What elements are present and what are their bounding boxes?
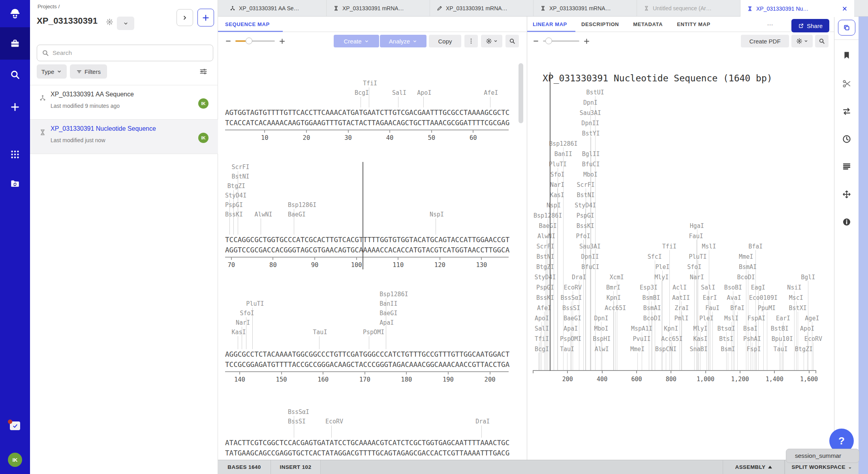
enzyme-label[interactable]: BaeGI	[288, 211, 306, 218]
document-tab[interactable]: Untitled sequence (Ar…	[637, 0, 740, 16]
enzyme-label[interactable]: BssKI	[536, 294, 554, 301]
enzyme-label[interactable]: SfoI	[550, 171, 564, 178]
enzyme-label[interactable]: MlyI	[654, 274, 669, 281]
enzyme-label[interactable]: MslI	[702, 243, 716, 250]
enzyme-label[interactable]: SalI	[535, 325, 549, 332]
enzyme-label[interactable]: DpnI	[594, 315, 608, 322]
enzyme-label[interactable]: Acc65I	[661, 335, 682, 342]
create-new-button[interactable]	[197, 9, 214, 26]
sequence-strand-top[interactable]: ATACTTCGTCGGCTCCACGAGTGATATCCTGCAAAACGTC…	[225, 438, 509, 448]
zoom-slider-knob[interactable]	[545, 38, 552, 44]
zoom-out-icon[interactable]	[225, 38, 231, 44]
enzyme-label[interactable]: NsiI	[787, 284, 801, 291]
enzyme-label[interactable]: PspGI	[577, 212, 594, 219]
enzyme-label[interactable]: AatII	[672, 294, 690, 301]
align-icon[interactable]	[842, 162, 851, 171]
file-item[interactable]: XP_031330391 Nucleotide Sequence Last mo…	[30, 119, 218, 154]
enzyme-label[interactable]: BfaI	[730, 305, 744, 312]
enzyme-label[interactable]: SfcI	[648, 253, 662, 260]
zoom-slider-knob[interactable]	[246, 38, 252, 44]
enzyme-label[interactable]: NspI	[430, 211, 444, 218]
enzyme-label[interactable]: EcoRV	[804, 335, 822, 342]
enzyme-label[interactable]: PfoI	[576, 233, 590, 240]
nav-rail-item-plus[interactable]	[0, 96, 30, 118]
enzyme-label[interactable]: ApoI	[535, 315, 549, 322]
enzyme-label[interactable]: Bsp1286I	[380, 291, 408, 298]
enzyme-label[interactable]: FauI	[705, 305, 720, 312]
nav-rail-item-folder-sync[interactable]	[0, 172, 30, 194]
enzyme-label[interactable]: ApoI	[417, 89, 431, 96]
enzyme-label[interactable]: BstNI	[231, 173, 249, 180]
enzyme-label[interactable]: BglII	[582, 150, 600, 158]
enzyme-label[interactable]: BsaI	[743, 325, 757, 332]
type-filter-chip[interactable]: Type	[37, 64, 67, 79]
enzyme-label[interactable]: BssKI	[577, 222, 594, 229]
zoom-in-icon[interactable]	[583, 38, 590, 45]
copy-button[interactable]: Copy	[429, 35, 461, 47]
enzyme-label[interactable]: BsmAI	[643, 305, 661, 312]
enzyme-label[interactable]: AlwNI	[254, 211, 272, 218]
nav-rail-item-briefcase[interactable]	[0, 32, 30, 55]
enzyme-label[interactable]: EarI	[703, 294, 717, 301]
enzyme-label[interactable]: BfuCI	[582, 161, 600, 168]
more-tabs-ellipsis[interactable]: …	[767, 20, 774, 27]
tab-linear-map[interactable]: LINEAR MAP	[533, 21, 567, 27]
enzyme-label[interactable]: HgaI	[690, 222, 704, 229]
document-tab[interactable]: XP_031330391 mRNA…	[327, 0, 430, 16]
bookmark-icon[interactable]	[842, 51, 851, 60]
enzyme-label[interactable]: AgeI	[805, 315, 819, 322]
map-settings-button[interactable]	[481, 35, 502, 47]
enzyme-label[interactable]: MscI	[789, 294, 803, 301]
search-input[interactable]: Search	[37, 45, 213, 61]
enzyme-label[interactable]: StyD4I	[534, 274, 556, 281]
enzyme-label[interactable]: BtgZI	[227, 182, 245, 190]
enzyme-label[interactable]: BstYI	[582, 130, 600, 137]
enzyme-label[interactable]: BsmI	[721, 346, 735, 353]
close-icon[interactable]	[842, 6, 848, 12]
collapse-panel-button[interactable]	[177, 9, 193, 26]
assembly-toggle[interactable]: ASSEMBLY	[723, 460, 785, 474]
enzyme-label[interactable]: PspGI	[225, 201, 243, 209]
enzyme-label[interactable]: KpnI	[607, 294, 621, 301]
enzyme-label[interactable]: ScrFI	[231, 164, 249, 171]
enzyme-label[interactable]: BaeGI	[380, 310, 397, 317]
enzyme-label[interactable]: PspGI	[536, 284, 554, 291]
enzyme-label[interactable]: FspI	[747, 346, 761, 353]
enzyme-label[interactable]: BfaI	[748, 243, 763, 250]
enzyme-label[interactable]: NarI	[236, 319, 250, 326]
enzyme-label[interactable]: BanII	[380, 300, 397, 307]
enzyme-label[interactable]: BfuCI	[581, 263, 599, 271]
project-settings-gear-icon[interactable]	[106, 18, 113, 26]
nav-rail-item-tasks[interactable]	[0, 415, 30, 437]
filters-chip[interactable]: Filters	[70, 64, 107, 79]
enzyme-label[interactable]: PshAI	[743, 335, 761, 342]
enzyme-label[interactable]: BcoDI	[643, 315, 661, 322]
enzyme-label[interactable]: MlyI	[693, 325, 707, 332]
zoom-slider-track[interactable]	[543, 40, 579, 42]
enzyme-label[interactable]: TauI	[560, 346, 574, 353]
enzyme-label[interactable]: BssSαI	[288, 408, 309, 416]
enzyme-label[interactable]: MmeI	[739, 253, 753, 260]
tab-metadata[interactable]: METADATA	[633, 21, 663, 27]
map-settings-button[interactable]	[791, 35, 813, 47]
enzyme-label[interactable]: EcoRV	[564, 284, 582, 291]
enzyme-label[interactable]: ApaI	[564, 325, 578, 332]
tab-sequence-map[interactable]: SEQUENCE MAP	[225, 21, 270, 27]
zoom-in-icon[interactable]	[279, 38, 286, 45]
enzyme-label[interactable]: BcgI	[535, 346, 549, 353]
enzyme-label[interactable]: Sau3AI	[580, 109, 601, 117]
enzyme-label[interactable]: PspOMI	[363, 329, 384, 336]
view-options-sliders-icon[interactable]	[199, 67, 208, 76]
enzyme-label[interactable]: BglI	[801, 274, 815, 281]
enzyme-label[interactable]: TauI	[313, 329, 327, 336]
enzyme-label[interactable]: Esp3I	[640, 284, 658, 291]
enzyme-label[interactable]: AlwI	[595, 346, 609, 353]
enzyme-label[interactable]: MboI	[594, 325, 608, 332]
enzyme-label[interactable]: BssSI	[288, 418, 306, 425]
enzyme-label[interactable]: AclI	[673, 284, 687, 291]
enzyme-label[interactable]: ApaI	[380, 319, 394, 326]
sequence-strand-bottom[interactable]: TCACCATCACAAAACAAGTGGAAGTTTGTACTACTTAGAA…	[225, 118, 509, 128]
enzyme-label[interactable]: BtgZI	[536, 263, 554, 271]
create-pdf-button[interactable]: Create PDF	[741, 35, 789, 47]
enzyme-label[interactable]: PluTI	[246, 300, 264, 307]
